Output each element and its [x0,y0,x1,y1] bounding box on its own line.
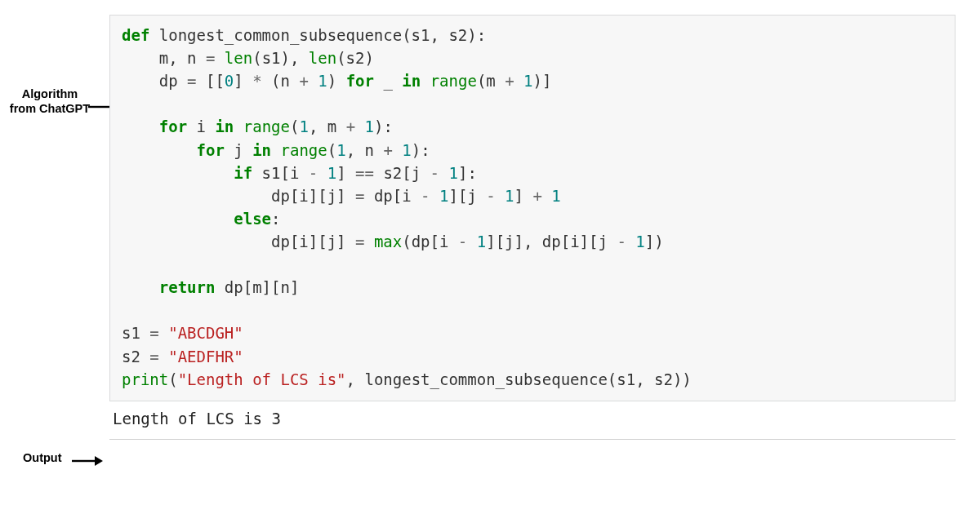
label-algorithm-line2: from ChatGPT [10,102,90,115]
output-text: Length of LCS is 3 [109,401,956,432]
code-block: def longest_common_subsequence(s1, s2): … [109,15,956,401]
divider [109,439,956,440]
label-output: Output [23,451,62,464]
label-algorithm: Algorithm from ChatGPT [5,86,95,116]
arrow-icon [72,455,103,470]
svg-marker-3 [95,456,103,466]
content-column: def longest_common_subsequence(s1, s2): … [109,15,956,440]
label-algorithm-line1: Algorithm [22,87,78,100]
